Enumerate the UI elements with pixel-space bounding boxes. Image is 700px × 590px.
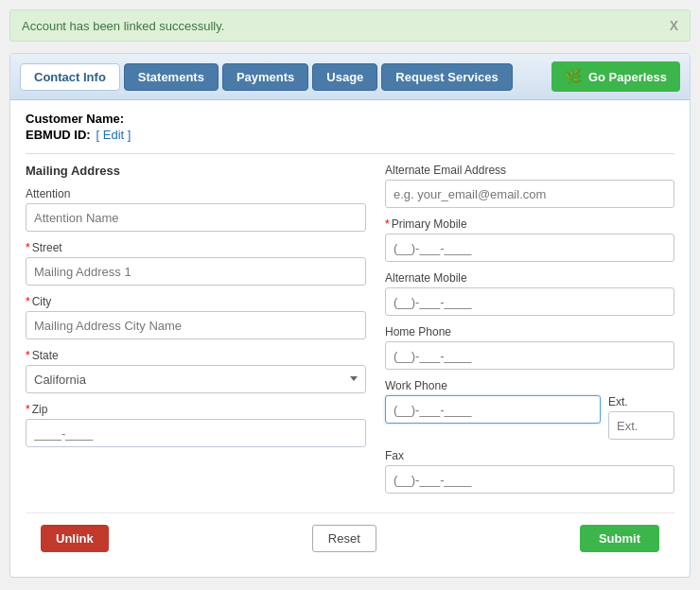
work-phone-ext-row: Ext.	[385, 395, 674, 440]
tab-payments[interactable]: Payments	[222, 63, 308, 91]
alt-mobile-group: Alternate Mobile	[385, 271, 674, 316]
state-label: *State	[26, 349, 366, 362]
customer-info: Customer Name: EBMUD ID: [ Edit ]	[26, 112, 674, 142]
success-message: Account has been linked successully.	[22, 19, 224, 33]
fax-input[interactable]	[385, 465, 674, 494]
alt-mobile-label: Alternate Mobile	[385, 271, 674, 285]
reset-button[interactable]: Reset	[312, 525, 376, 552]
home-phone-label: Home Phone	[385, 325, 674, 338]
card-body: Customer Name: EBMUD ID: [ Edit ] Mailin…	[10, 100, 690, 577]
main-card: Contact Info Statements Payments Usage R…	[9, 53, 691, 578]
go-paperless-button[interactable]: 🌿 Go Paperless	[551, 61, 680, 92]
city-input[interactable]	[26, 311, 366, 339]
divider	[26, 153, 674, 154]
leaf-icon: 🌿	[565, 68, 583, 85]
alt-email-group: Alternate Email Address	[385, 164, 674, 208]
fax-group: Fax	[385, 449, 674, 494]
work-phone-field	[385, 395, 601, 440]
zip-group: *Zip	[26, 403, 366, 447]
alt-email-input[interactable]	[385, 180, 674, 208]
city-group: *City	[26, 295, 366, 339]
zip-label: *Zip	[26, 403, 366, 416]
work-phone-label: Work Phone	[385, 379, 674, 392]
customer-name-label: Customer Name:	[26, 112, 124, 126]
submit-button[interactable]: Submit	[580, 525, 659, 552]
work-phone-input[interactable]	[385, 395, 601, 424]
street-group: *Street	[26, 241, 366, 286]
footer-bar: Unlink Reset Submit	[26, 512, 674, 565]
form-columns: Mailing Address Attention *Street *City	[26, 164, 674, 503]
go-paperless-label: Go Paperless	[588, 70, 667, 84]
success-banner: Account has been linked successully. X	[9, 9, 691, 42]
contact-details-section: Alternate Email Address *Primary Mobile …	[385, 164, 674, 503]
tab-contact-info[interactable]: Contact Info	[20, 63, 120, 91]
street-label: *Street	[26, 241, 366, 254]
ext-field: Ext.	[608, 395, 674, 440]
primary-mobile-label: *Primary Mobile	[385, 217, 674, 231]
alt-email-label: Alternate Email Address	[385, 164, 674, 177]
tab-statements[interactable]: Statements	[124, 63, 219, 91]
state-select[interactable]: California Oregon Washington Nevada Ariz…	[26, 365, 366, 393]
work-phone-group: Work Phone Ext.	[385, 379, 674, 440]
street-input[interactable]	[26, 257, 366, 286]
attention-group: Attention	[26, 187, 366, 232]
edit-link[interactable]: [ Edit ]	[96, 128, 131, 142]
attention-input[interactable]	[26, 203, 366, 232]
fax-label: Fax	[385, 449, 674, 462]
tab-request-services[interactable]: Request Services	[381, 63, 512, 91]
tab-usage[interactable]: Usage	[312, 63, 377, 91]
primary-mobile-input[interactable]	[385, 234, 674, 262]
ebmud-id-label: EBMUD ID:	[26, 128, 91, 142]
alt-mobile-input[interactable]	[385, 287, 674, 316]
attention-label: Attention	[26, 187, 366, 200]
home-phone-input[interactable]	[385, 341, 674, 370]
home-phone-group: Home Phone	[385, 325, 674, 370]
ext-input[interactable]	[608, 411, 674, 440]
zip-input[interactable]	[26, 419, 366, 447]
ext-label: Ext.	[608, 395, 674, 408]
city-label: *City	[26, 295, 366, 308]
primary-mobile-group: *Primary Mobile	[385, 217, 674, 262]
mailing-address-title: Mailing Address	[26, 164, 366, 178]
close-banner-button[interactable]: X	[670, 18, 678, 33]
state-group: *State California Oregon Washington Neva…	[26, 349, 366, 393]
unlink-button[interactable]: Unlink	[41, 525, 109, 552]
mailing-address-section: Mailing Address Attention *Street *City	[26, 164, 366, 503]
tab-bar: Contact Info Statements Payments Usage R…	[10, 54, 690, 100]
